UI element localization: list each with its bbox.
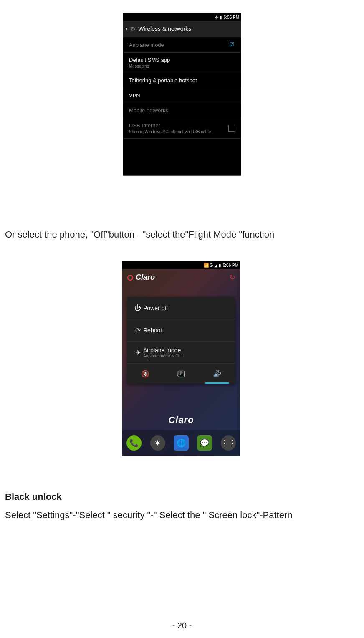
settings-item-sublabel: Sharing Windows PC internet via USB cabl… [129, 129, 211, 134]
app-dock: 📞 ✶ 🌐 💬 ⋮⋮ [122, 430, 240, 456]
back-icon[interactable]: ‹ [123, 25, 130, 33]
claro-app-icon[interactable]: ✶ [150, 435, 165, 451]
power-icon: ⏻ [132, 304, 143, 312]
section-heading: Black unlock [5, 491, 356, 503]
settings-item-sublabel: Messaging [129, 64, 235, 68]
power-menu-reboot[interactable]: ⟳ Reboot [127, 319, 235, 342]
settings-item-sms[interactable]: Default SMS app Messaging [123, 53, 241, 73]
search-widget[interactable]: Claro ↻ [122, 269, 240, 286]
settings-item-usb-internet: USB Internet Sharing Windows PC internet… [123, 118, 241, 139]
settings-item-label: USB Internet [129, 122, 211, 129]
status-time: 5:05 PM [224, 15, 239, 20]
power-menu-poweroff[interactable]: ⏻ Power off [127, 297, 235, 319]
speaker-icon: 🔊 [213, 370, 221, 378]
sound-vibrate[interactable]: 📳 [163, 364, 199, 384]
settings-item-label: VPN [129, 92, 140, 99]
settings-item-label: Default SMS app [129, 57, 235, 63]
screenshot-power-menu: 📶 G ◢ ▮ 5:06 PM Claro ↻ ⏻ Power off ⟳ Re… [122, 261, 240, 456]
messaging-app-icon[interactable]: 💬 [197, 435, 212, 451]
checkbox-on-icon[interactable]: ☑ [228, 41, 235, 48]
home-carrier-label: Claro [122, 415, 240, 425]
carrier-label: Claro [136, 273, 155, 282]
settings-item-mobile-networks: Mobile networks [123, 103, 241, 118]
settings-item-label: Tethering & portable hotspot [129, 77, 197, 84]
page-number: - 20 - [0, 621, 364, 630]
vibrate-icon: 📳 [177, 370, 185, 378]
status-bar: ✈ ▮ 5:05 PM [123, 13, 241, 21]
sound-silent[interactable]: 🔇 [127, 364, 163, 384]
gear-icon: ⚙ [130, 25, 138, 32]
power-menu-label: Power off [143, 305, 168, 311]
app-drawer-icon[interactable]: ⋮⋮ [221, 435, 236, 451]
status-time: 5:06 PM [223, 263, 238, 268]
settings-item-airplane[interactable]: Airplane mode ☑ [123, 37, 241, 53]
refresh-icon[interactable]: ↻ [230, 273, 235, 281]
settings-item-tethering[interactable]: Tethering & portable hotspot [123, 73, 241, 88]
checkbox-off-icon [228, 125, 235, 132]
status-bar: 📶 G ◢ ▮ 5:06 PM [122, 261, 240, 269]
power-menu-airplane[interactable]: ✈ Airplane mode Airplane mode is OFF [127, 342, 235, 364]
settings-title: Wireless & networks [138, 25, 191, 32]
sound-mode-row: 🔇 📳 🔊 [127, 364, 235, 384]
instruction-paragraph: Select "Settings"-"Select " security "-"… [5, 509, 356, 522]
settings-titlebar[interactable]: ‹ ⚙ Wireless & networks [123, 21, 241, 37]
sound-normal[interactable]: 🔊 [199, 364, 235, 384]
reboot-icon: ⟳ [132, 327, 143, 334]
settings-item-vpn[interactable]: VPN [123, 88, 241, 103]
airplane-status-icon: ✈ ▮ [215, 15, 222, 20]
screenshot-wireless-networks: ✈ ▮ 5:05 PM ‹ ⚙ Wireless & networks Airp… [123, 13, 241, 176]
browser-app-icon[interactable]: 🌐 [174, 435, 189, 451]
power-menu-label: Reboot [143, 327, 162, 334]
dialer-app-icon[interactable]: 📞 [126, 435, 142, 451]
mute-icon: 🔇 [141, 370, 149, 378]
airplane-icon: ✈ [132, 349, 143, 357]
power-menu-sublabel: Airplane mode is OFF [143, 354, 184, 358]
signal-status-icon: 📶 G ◢ ▮ [204, 263, 221, 268]
settings-item-label: Airplane mode [129, 42, 164, 48]
claro-logo-icon [127, 275, 133, 281]
power-menu-label: Airplane mode [143, 347, 184, 354]
power-menu: ⏻ Power off ⟳ Reboot ✈ Airplane mode Air… [127, 297, 235, 384]
settings-item-label: Mobile networks [129, 107, 168, 114]
instruction-paragraph: Or select the phone, "Off"button - "sele… [5, 228, 356, 241]
